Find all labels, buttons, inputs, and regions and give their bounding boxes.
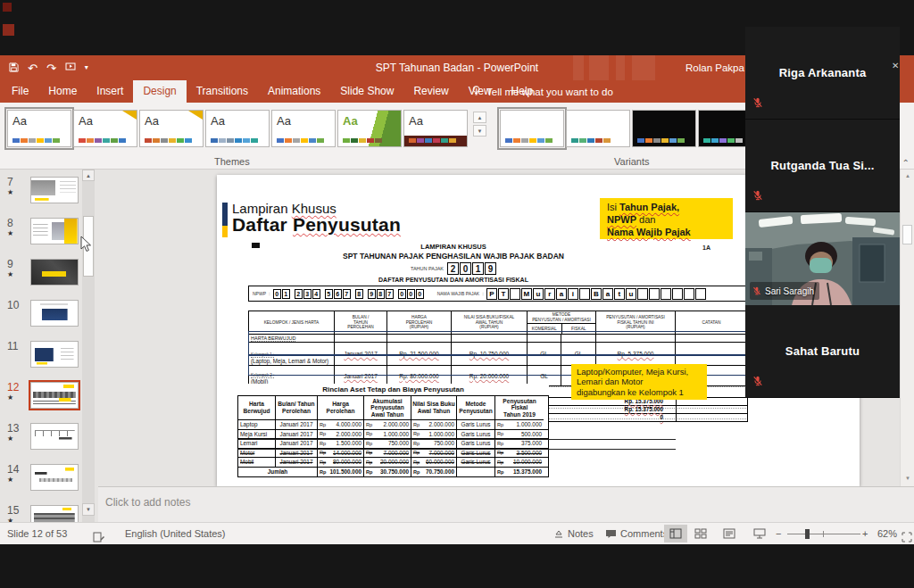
- scroll-up-button[interactable]: ▲: [901, 170, 914, 182]
- scroll-up-button[interactable]: ▲: [82, 170, 95, 181]
- slide-thumbnail-image[interactable]: [30, 259, 79, 286]
- theme-letter: Aa: [211, 113, 264, 129]
- themes-scroll-down-button[interactable]: ▼: [473, 125, 486, 137]
- slide-thumbnail-image[interactable]: [30, 505, 79, 522]
- slideshow-view-button[interactable]: [748, 525, 771, 542]
- scroll-down-button[interactable]: ▼: [82, 503, 95, 516]
- nama-wp-boxes: PT Murai Batu: [486, 288, 707, 300]
- canvas-scrollbar[interactable]: ▲ ▼: [900, 170, 914, 486]
- npwp-digit-boxes: 012345678987000: [273, 289, 425, 299]
- participant-tile[interactable]: Rutganda Tua Si...: [745, 120, 900, 212]
- variant-thumbnail[interactable]: Aa: [500, 110, 564, 147]
- slide-number: 15: [7, 505, 19, 517]
- participant-tile-video[interactable]: Sari Saragih: [745, 212, 900, 305]
- theme-letter: Aa: [79, 113, 132, 129]
- table-title: Rincian Aset Tetap dan Biaya Penyusutan: [237, 384, 549, 395]
- customize-qat-icon[interactable]: ▾: [85, 64, 88, 71]
- language-indicator[interactable]: English (United States): [125, 523, 226, 544]
- thumbnail-scrollbar[interactable]: ▲ ▼: [82, 170, 95, 522]
- zoom-in-button[interactable]: +: [862, 523, 868, 544]
- slide-counter: Slide 12 of 53: [7, 523, 67, 544]
- slide-number: 7: [7, 177, 13, 188]
- normal-view-button[interactable]: [664, 525, 687, 542]
- recording-indicator: [3, 24, 14, 36]
- slide-sorter-view-button[interactable]: [689, 525, 712, 542]
- slide-thumbnail-image[interactable]: [30, 423, 79, 450]
- participant-tile[interactable]: Sahat Barutu: [745, 305, 900, 398]
- variant-palette: [703, 138, 743, 143]
- theme-thumbnail[interactable]: Aa: [7, 110, 71, 147]
- slide-thumbnail-image[interactable]: [30, 218, 79, 244]
- slide-number: 8: [7, 218, 13, 229]
- slide-thumbnail-image[interactable]: [30, 341, 79, 368]
- zoom-level[interactable]: 62%: [877, 523, 897, 544]
- undo-icon[interactable]: ↶: [28, 62, 37, 74]
- strike-line: [237, 439, 676, 440]
- mic-muted-icon: [752, 188, 763, 204]
- scrollbar-thumb[interactable]: [902, 225, 912, 244]
- callout-tahun-pajak: Isi Tahun Pajak, NPWP dan Nama Wajib Paj…: [600, 198, 733, 239]
- zoom-slider[interactable]: [787, 534, 860, 534]
- theme-thumbnail[interactable]: Aa: [403, 110, 468, 147]
- slide-title: Daftar Penyusutan: [232, 214, 401, 236]
- slide-number: 10: [7, 300, 19, 311]
- participant-name: Riga Arkananta: [779, 66, 867, 79]
- theme-thumbnail[interactable]: Aa: [205, 110, 270, 147]
- slide-number: 12: [7, 382, 19, 393]
- animation-star-icon: ★: [7, 270, 13, 279]
- lightbulb-icon: [471, 85, 481, 98]
- theme-thumbnail[interactable]: Aa: [139, 110, 204, 147]
- status-bar: Slide 12 of 53 English (United States) N…: [0, 522, 914, 544]
- variant-thumbnail[interactable]: Aa: [566, 110, 630, 147]
- meeting-participants-panel: Riga Arkananta Rutganda Tua Si...: [745, 27, 900, 398]
- ribbon-tab[interactable]: Home: [38, 80, 87, 103]
- jumlah-row: Jumlah Rp101.500.000 Rp30.750.000 Rp70.7…: [237, 468, 549, 477]
- tell-me-box[interactable]: Tell me what you want to do: [471, 80, 613, 103]
- themes-scroll-up-button[interactable]: ▲: [473, 112, 486, 123]
- start-slideshow-icon[interactable]: [65, 60, 76, 76]
- animation-star-icon: ★: [7, 229, 13, 238]
- participant-tile[interactable]: Riga Arkananta: [745, 27, 900, 120]
- ribbon-tab[interactable]: Animations: [258, 80, 330, 103]
- callout-kelompok: Laptop/Komputer, Meja Kursi, Lemari dan …: [571, 364, 707, 400]
- slide-thumbnail-image[interactable]: [30, 177, 79, 203]
- ribbon-tab[interactable]: File: [2, 80, 38, 103]
- slide-thumbnail-image[interactable]: [30, 464, 79, 491]
- ribbon-tab[interactable]: Insert: [87, 80, 133, 103]
- variant-thumbnail[interactable]: Aa: [632, 110, 696, 147]
- theme-thumbnail[interactable]: Aa: [271, 110, 336, 147]
- zoom-out-button[interactable]: −: [776, 523, 781, 544]
- collapse-ribbon-icon[interactable]: ⌃: [902, 158, 910, 168]
- ribbon-tab[interactable]: Transitions: [187, 80, 258, 103]
- theme-thumbnail[interactable]: Aa: [73, 110, 137, 147]
- variant-palette: [571, 138, 611, 143]
- notes-toggle[interactable]: Notes: [553, 523, 594, 544]
- ribbon-tab[interactable]: Review: [403, 80, 458, 103]
- zoom-slider-thumb[interactable]: [805, 529, 810, 539]
- account-name[interactable]: Rolan Pakpa: [686, 55, 744, 80]
- reading-view-button[interactable]: [718, 525, 741, 542]
- mouse-cursor: [80, 236, 93, 257]
- participant-name: Sari Saragih: [765, 286, 814, 296]
- slide-thumbnail-image[interactable]: [30, 300, 79, 327]
- save-icon[interactable]: [9, 60, 19, 76]
- notes-placeholder[interactable]: Click to add notes: [105, 496, 190, 509]
- table-row: Mobil Januari 2017 Rp80.000.000 Rp20.000…: [237, 458, 549, 468]
- form-header: LAMPIRAN KHUSUS SPT TAHUNAN PAJAK PENGHA…: [253, 243, 654, 283]
- animation-star-icon: ★: [7, 435, 13, 443]
- fit-slide-icon[interactable]: [902, 528, 912, 550]
- redo-icon[interactable]: ↷: [46, 62, 56, 74]
- zoom-slider-center-tick: [823, 531, 824, 537]
- display-settings-icon[interactable]: [93, 528, 104, 550]
- theme-thumbnail[interactable]: Aa: [337, 110, 402, 147]
- npwp-label: NPWP: [253, 291, 266, 296]
- slide-thumbnail-image[interactable]: [30, 382, 79, 409]
- ribbon-tab[interactable]: Design: [133, 80, 186, 103]
- theme-palette: [409, 138, 456, 143]
- ribbon-tab[interactable]: Slide Show: [330, 80, 403, 103]
- scroll-down-button[interactable]: ▼: [901, 476, 914, 481]
- close-icon[interactable]: ✕: [892, 61, 899, 70]
- participant-name: Rutganda Tua Si...: [770, 159, 874, 172]
- notes-pane[interactable]: Click to add notes: [98, 486, 914, 522]
- comments-toggle[interactable]: Comments: [605, 523, 668, 544]
